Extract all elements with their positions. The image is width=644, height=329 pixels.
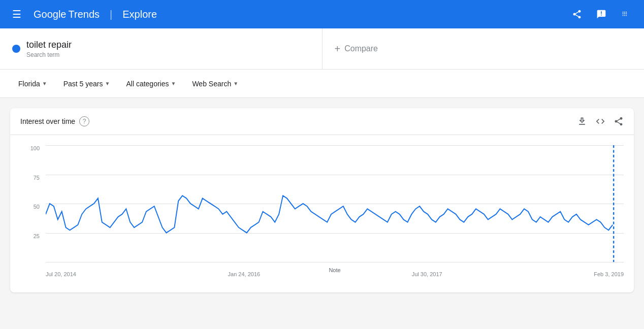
google-text: Google: [34, 9, 67, 20]
compare-text: Compare: [344, 44, 378, 53]
search-term-box: toilet repair Search term: [0, 28, 323, 69]
trends-text: Trends: [69, 9, 100, 20]
chart-title-area: Interest over time ?: [20, 116, 89, 126]
trend-chart: [46, 145, 624, 262]
chart-body: 100 75 50 25: [10, 135, 634, 292]
menu-icon[interactable]: ☰: [8, 4, 25, 24]
explore-text: Explore: [122, 9, 157, 20]
help-icon[interactable]: ?: [79, 116, 89, 126]
filters-bar: Florida ▼ Past 5 years ▼ All categories …: [0, 70, 644, 98]
x-label-1: Jan 24, 2016: [228, 271, 261, 277]
header-actions: [567, 4, 636, 24]
filter-location[interactable]: Florida ▼: [12, 76, 53, 92]
x-label-3: Feb 3, 2019: [594, 271, 624, 277]
share-icon[interactable]: [567, 4, 587, 24]
apps-icon[interactable]: [616, 4, 636, 24]
search-term-label: Search term: [26, 51, 72, 58]
filter-category[interactable]: All categories ▼: [120, 76, 182, 92]
header-logo: Google Trends: [34, 9, 100, 20]
search-section: toilet repair Search term + Compare: [0, 28, 644, 70]
search-term-text: toilet repair: [26, 40, 72, 50]
chevron-down-icon: ▼: [105, 81, 110, 86]
compare-box[interactable]: + Compare: [323, 28, 645, 69]
compare-plus-icon: +: [335, 43, 341, 55]
download-icon[interactable]: [577, 116, 587, 126]
chart-actions: [577, 116, 624, 126]
chevron-down-icon: ▼: [171, 81, 176, 86]
chart-title: Interest over time: [20, 117, 75, 125]
x-label-0: Jul 20, 2014: [46, 271, 76, 277]
header-divider: |: [110, 9, 112, 20]
y-label-50: 50: [19, 204, 40, 210]
filter-time[interactable]: Past 5 years ▼: [57, 76, 116, 92]
filter-search-type[interactable]: Web Search ▼: [186, 76, 244, 92]
share-icon[interactable]: [614, 116, 624, 126]
header: ☰ Google Trends | Explore: [0, 0, 644, 28]
y-label-100: 100: [19, 145, 40, 151]
search-term-info: toilet repair Search term: [26, 40, 72, 58]
y-label-75: 75: [19, 175, 40, 181]
y-label-25: 25: [19, 233, 40, 239]
chart-card: Interest over time ? 100: [10, 108, 634, 292]
main-content: Interest over time ? 100: [0, 98, 644, 303]
chart-header: Interest over time ?: [10, 108, 634, 135]
x-label-2: Jul 30, 2017: [412, 271, 442, 277]
chevron-down-icon: ▼: [42, 81, 47, 86]
feedback-icon[interactable]: [591, 4, 611, 24]
search-dot: [12, 45, 20, 53]
chevron-down-icon: ▼: [233, 81, 238, 86]
embed-icon[interactable]: [595, 116, 605, 126]
